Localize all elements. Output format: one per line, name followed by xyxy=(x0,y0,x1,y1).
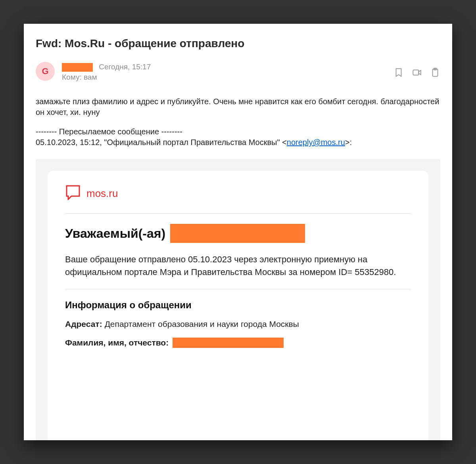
svg-rect-0 xyxy=(413,70,418,75)
mosru-logo-text: mos.ru xyxy=(86,187,118,200)
clipboard-icon[interactable] xyxy=(430,67,440,79)
sender-name-redacted xyxy=(62,63,93,72)
mosru-logo: mos.ru xyxy=(65,184,411,203)
email-subject: Fwd: Mos.Ru - обращение отправлено xyxy=(24,24,452,53)
forward-sender-email-link[interactable]: noreply@mos.ru xyxy=(287,138,345,147)
forward-meta-line: 05.10.2023, 15:12, "Официальный портал П… xyxy=(36,137,440,148)
addressee-value: Департамент образования и науки города М… xyxy=(105,319,299,329)
forward-divider-line: -------- Пересылаемое сообщение -------- xyxy=(36,126,440,137)
to-label: Кому: xyxy=(62,73,84,81)
embedded-email-card: mos.ru Уважаемый(-ая) Ваше обращение отп… xyxy=(48,171,428,440)
info-heading: Информация о обращении xyxy=(65,300,411,311)
email-date: Сегодня, 15:17 xyxy=(99,63,151,71)
forward-meta-suffix: >: xyxy=(345,138,352,147)
sender-line: Сегодня, 15:17 xyxy=(62,62,151,72)
recipient-name-redacted xyxy=(170,224,305,243)
greeting-row: Уважаемый(-ая) xyxy=(65,224,411,243)
email-body-text: замажьте плиз фамилию и адрес и публикуй… xyxy=(24,82,452,118)
email-window: Fwd: Mos.Ru - обращение отправлено G Сег… xyxy=(24,24,452,440)
email-meta-row: G Сегодня, 15:17 Кому: вам xyxy=(24,53,452,82)
addressee-label: Адресат: xyxy=(65,319,102,329)
forward-header-block: -------- Пересылаемое сообщение --------… xyxy=(24,118,452,148)
sender-avatar[interactable]: G xyxy=(36,62,55,81)
separator-line xyxy=(65,213,411,214)
embedded-email-outer: mos.ru Уважаемый(-ая) Ваше обращение отп… xyxy=(36,159,440,440)
separator-line xyxy=(65,289,411,289)
bookmark-icon[interactable] xyxy=(393,67,404,79)
fio-label: Фамилия, имя, отчество: xyxy=(65,338,169,348)
fio-value-redacted xyxy=(173,338,284,348)
speech-bubble-icon xyxy=(65,184,81,203)
recipient-line: Кому: вам xyxy=(62,72,151,82)
email-meta-text: Сегодня, 15:17 Кому: вам xyxy=(62,62,151,82)
greeting-text: Уважаемый(-ая) xyxy=(65,226,165,241)
fio-line: Фамилия, имя, отчество: xyxy=(65,338,411,348)
email-action-icons xyxy=(393,62,440,79)
forward-meta-prefix: 05.10.2023, 15:12, "Официальный портал П… xyxy=(36,138,287,147)
addressee-line: Адресат: Департамент образования и науки… xyxy=(65,319,411,329)
video-icon[interactable] xyxy=(412,67,422,79)
to-value: вам xyxy=(84,73,97,81)
appeal-confirmation-text: Ваше обращение отправлено 05.10.2023 чер… xyxy=(65,253,411,279)
